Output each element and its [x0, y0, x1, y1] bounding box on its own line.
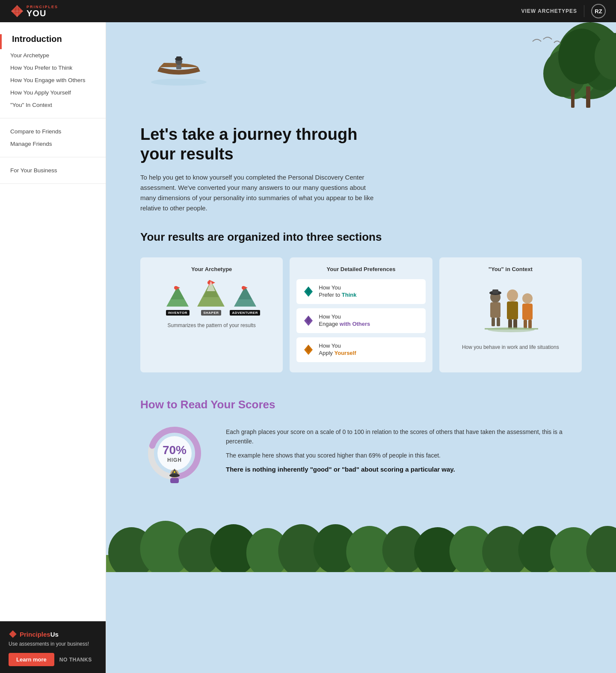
apply-diamond-icon [302, 344, 314, 356]
svg-point-13 [151, 79, 207, 86]
shaper-label: SHAPER [201, 310, 221, 316]
adventurer-mountain-icon [231, 284, 260, 310]
promo-logo-icon [9, 630, 17, 638]
avatar[interactable]: RZ [591, 4, 606, 18]
organized-title: Your results are organized into three se… [140, 230, 582, 244]
context-col-desc: How you behave in work and life situatio… [446, 344, 575, 350]
svg-point-46 [507, 289, 518, 301]
think-diamond-icon [302, 286, 314, 298]
sidebar-promo: PrinciplesUs Use assessments in your bus… [0, 621, 106, 673]
preferences-card: Your Detailed Preferences How You Prefer… [290, 257, 432, 372]
svg-point-79 [586, 526, 616, 572]
context-card: "You" in Context [439, 257, 582, 372]
inventor-label: INVENTOR [166, 310, 190, 316]
sidebar-item-for-business[interactable]: For Your Business [0, 164, 106, 177]
svg-rect-60 [170, 478, 179, 483]
logo[interactable]: PRINCIPLES YOU [10, 4, 58, 18]
gauge-area: 70% HIGH [140, 423, 209, 483]
context-figures [446, 279, 575, 339]
svg-rect-52 [524, 320, 527, 328]
main-content: Let's take a journey throughyour results… [106, 22, 616, 673]
seagulls-icon [530, 35, 565, 48]
read-text-2: The example here shows that you scored h… [226, 451, 582, 460]
sidebar-item-prefer-think[interactable]: How You Prefer to Think [0, 62, 106, 74]
sidebar-section-business: For Your Business [0, 164, 106, 184]
content-area: Let's take a journey throughyour results… [106, 108, 616, 521]
read-scores-text: Each graph places your score on a scale … [226, 427, 582, 479]
gauge-avatar-icon [167, 468, 182, 485]
sidebar-section-friends: Compare to Friends Manage Friends [0, 125, 106, 157]
archetype-shaper: SHAPER [194, 279, 228, 316]
sidebar-item-manage-friends[interactable]: Manage Friends [0, 138, 106, 150]
sidebar-item-your-archetype[interactable]: Your Archetype [0, 49, 106, 62]
archetype-inventor: INVENTOR [163, 284, 192, 316]
no-thanks-button[interactable]: NO THANKS [59, 657, 92, 663]
archetype-icons: INVENTOR [147, 279, 276, 316]
preferences-col-header: Your Detailed Preferences [296, 266, 425, 272]
logo-diamond-icon [10, 4, 24, 18]
gauge-percent: 70% [163, 443, 187, 457]
svg-point-63 [174, 471, 175, 473]
svg-rect-12 [571, 89, 575, 108]
svg-rect-41 [490, 302, 500, 318]
hero-scene [106, 22, 616, 108]
view-archetypes-link[interactable]: VIEW ARCHETYPES [521, 8, 577, 14]
bottom-trees-icon [106, 521, 616, 572]
svg-marker-4 [9, 630, 17, 638]
svg-point-62 [169, 474, 180, 477]
read-scores-body: 70% HIGH [140, 423, 582, 483]
sidebar-item-engage-others[interactable]: How You Engage with Others [0, 74, 106, 86]
journey-body: To help you get to know yourself you com… [140, 172, 380, 213]
gauge-chart: 70% HIGH [145, 423, 204, 483]
pref-apply-text: How You Apply Yourself [319, 342, 356, 357]
logo-you-text: YOU [27, 9, 58, 18]
journey-title: Let's take a journey throughyour results [140, 125, 582, 164]
svg-rect-42 [492, 318, 495, 326]
svg-rect-43 [497, 318, 500, 326]
pref-item-think[interactable]: How You Prefer to Think [296, 279, 425, 304]
gauge-high: HIGH [163, 457, 187, 463]
archetype-adventurer: ADVENTURER [230, 284, 260, 316]
svg-rect-21 [175, 286, 176, 290]
read-scores-section: How to Read Your Scores [140, 398, 582, 483]
three-columns: Your Archetype IN [140, 257, 582, 372]
context-col-header: "You" in Context [446, 266, 575, 272]
svg-rect-32 [243, 286, 244, 290]
sidebar-section-intro: Introduction Your Archetype How You Pref… [0, 34, 106, 118]
gauge-center-text: 70% HIGH [163, 443, 187, 463]
archetype-col-header: Your Archetype [147, 266, 276, 272]
pref-item-apply[interactable]: How You Apply Yourself [296, 337, 425, 362]
boat-icon [149, 44, 209, 88]
promo-tagline: Use assessments in your business! [9, 641, 97, 647]
svg-rect-15 [176, 65, 181, 69]
archetype-card: Your Archetype IN [140, 257, 283, 372]
bottom-forest [106, 521, 616, 572]
svg-point-50 [522, 293, 533, 304]
preferences-list: How You Prefer to Think How You [296, 279, 425, 362]
read-scores-title: How to Read Your Scores [140, 398, 582, 411]
sidebar-item-apply-yourself[interactable]: How You Apply Yourself [0, 86, 106, 99]
learn-more-button[interactable]: Learn more [9, 653, 54, 666]
sidebar-item-you-context[interactable]: "You" In Context [0, 99, 106, 111]
svg-rect-47 [507, 301, 518, 319]
inventor-mountain-icon [163, 284, 192, 310]
sidebar: Introduction Your Archetype How You Pref… [0, 22, 106, 673]
svg-rect-17 [176, 56, 181, 60]
context-figures-icon [476, 283, 545, 335]
svg-point-55 [488, 327, 535, 332]
pref-engage-text: How You Engage with Others [319, 313, 370, 328]
sidebar-item-compare-friends[interactable]: Compare to Friends [0, 125, 106, 138]
read-text-1: Each graph places your score on a scale … [226, 427, 582, 446]
svg-rect-45 [492, 289, 498, 294]
svg-rect-51 [522, 304, 533, 320]
pref-think-text: How You Prefer to Think [319, 284, 356, 299]
read-text-3: There is nothing inherently "good" or "b… [226, 464, 582, 475]
engage-diamond-icon [302, 315, 314, 327]
shaper-mountain-icon [194, 279, 228, 310]
sidebar-heading: Introduction [0, 34, 106, 49]
top-navigation: PRINCIPLES YOU VIEW ARCHETYPES RZ [0, 0, 616, 22]
archetype-col-desc: Summarizes the pattern of your results [147, 322, 276, 328]
svg-rect-53 [528, 320, 532, 328]
pref-item-engage[interactable]: How You Engage with Others [296, 308, 425, 333]
adventurer-label: ADVENTURER [230, 310, 260, 316]
